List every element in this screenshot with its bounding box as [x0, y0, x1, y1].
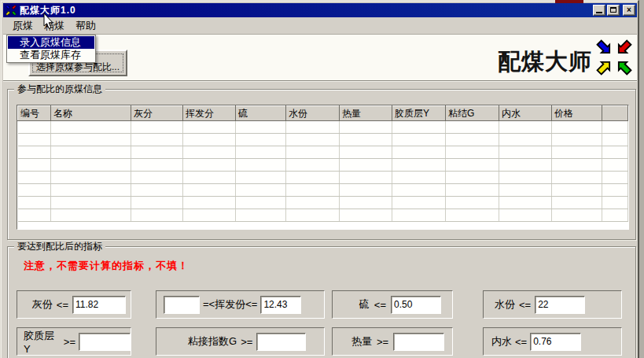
moisture-input[interactable]	[535, 296, 585, 314]
column-header	[602, 106, 628, 121]
table-row[interactable]	[18, 146, 628, 159]
column-header: 名称	[51, 106, 131, 121]
heat-panel: 热量 >=	[332, 327, 453, 356]
top-panel: 选择原煤参与配比... 配煤大师	[3, 35, 637, 81]
table-row[interactable]	[18, 121, 628, 134]
menu-bar: 原煤 精煤 帮助	[3, 17, 637, 35]
gel-layer-panel: 胶质层Y >=	[17, 327, 131, 356]
target-indicators-groupbox: 要达到配比后的指标 注意，不需要计算的指标，不填！ 灰份 <= =<挥发份<= …	[7, 246, 636, 358]
column-header: 热量	[340, 106, 392, 121]
minimize-button[interactable]	[593, 5, 605, 16]
heat-label: 热量	[351, 334, 372, 349]
title-bar[interactable]: 配煤大师1.0 ×	[3, 3, 637, 17]
maximize-icon	[610, 7, 616, 13]
column-header: 灰分	[131, 106, 183, 121]
app-window: 配煤大师1.0 × 原煤 精煤 帮助 选择原煤参与配比... 配煤大师 录入原煤…	[0, 0, 639, 358]
caking-index-label: 粘接指数G	[188, 334, 237, 349]
ash-operator: <=	[57, 299, 68, 311]
volatile-max-input[interactable]	[260, 296, 301, 314]
ash-input[interactable]	[72, 296, 126, 314]
note-text: 注意，不需要计算的指标，不填！	[24, 259, 189, 273]
mouse-cursor-icon	[43, 13, 54, 30]
close-button[interactable]: ×	[623, 5, 635, 16]
column-header: 胶质层Y	[392, 106, 446, 121]
table-row[interactable]	[18, 134, 628, 146]
table-row[interactable]	[18, 159, 628, 172]
heat-operator: >=	[377, 336, 388, 348]
raw-coal-grid[interactable]: 编号名称灰分挥发分硫水份热量胶质层Y粘结G内水价格	[17, 105, 629, 230]
maximize-button[interactable]	[607, 5, 620, 16]
raw-coal-info-groupbox: 参与配比的原煤信息 编号名称灰分挥发分硫水份热量胶质层Y粘结G内水价格	[7, 89, 636, 240]
column-header: 内水	[499, 106, 552, 121]
inner-water-label: 内水	[491, 334, 512, 349]
column-header: 粘结G	[446, 106, 499, 121]
app-logo-icon	[6, 5, 17, 16]
menu-raw-coal[interactable]: 原煤	[7, 17, 39, 35]
column-header: 编号	[18, 106, 51, 121]
volatile-panel: =<挥发份<=	[156, 290, 325, 319]
caking-index-operator: >=	[241, 336, 252, 348]
sulfur-panel: 硫 <=	[332, 290, 453, 319]
minimize-icon	[596, 12, 602, 13]
background-window-fragment	[555, 0, 583, 3]
column-header: 水份	[286, 106, 340, 121]
moisture-label: 水份	[495, 297, 515, 312]
inner-water-operator: <=	[515, 336, 527, 348]
raw-coal-groupbox-title: 参与配比的原煤信息	[14, 83, 105, 95]
table-row[interactable]	[18, 184, 628, 197]
ash-label: 灰份	[32, 297, 53, 312]
gel-layer-input[interactable]	[79, 333, 131, 351]
volatile-label: =<挥发份<=	[203, 297, 257, 312]
menu-help[interactable]: 帮助	[70, 17, 101, 35]
table-row[interactable]	[18, 209, 628, 222]
menu-item-view-raw-coal-stock[interactable]: 查看原煤库存	[8, 49, 94, 61]
sulfur-label: 硫	[359, 297, 370, 312]
gel-layer-label: 胶质层Y	[24, 329, 61, 355]
sulfur-input[interactable]	[391, 296, 441, 314]
inner-water-panel: 内水 <=	[483, 327, 622, 356]
volatile-min-input[interactable]	[164, 296, 200, 314]
ash-panel: 灰份 <=	[17, 290, 131, 319]
table-row[interactable]	[18, 172, 628, 184]
inner-water-input[interactable]	[530, 333, 581, 351]
heat-input[interactable]	[393, 333, 444, 351]
moisture-operator: <=	[519, 299, 531, 311]
caking-index-panel: 粘接指数G >=	[156, 327, 325, 356]
table-row[interactable]	[18, 197, 628, 209]
raw-coal-table: 编号名称灰分挥发分硫水份热量胶质层Y粘结G内水价格	[17, 105, 628, 222]
app-logo-arrows-icon	[595, 39, 633, 76]
raw-coal-dropdown-menu: 录入原煤信息 查看原煤库存	[6, 35, 96, 63]
app-logo-text: 配煤大师	[498, 46, 592, 78]
column-header: 价格	[552, 106, 602, 121]
menu-item-enter-raw-coal-info[interactable]: 录入原煤信息	[8, 36, 94, 49]
column-header: 挥发分	[183, 106, 236, 121]
moisture-panel: 水份 <=	[483, 290, 622, 319]
sulfur-operator: <=	[374, 299, 386, 311]
caking-index-input[interactable]	[256, 333, 306, 351]
target-groupbox-title: 要达到配比后的指标	[14, 241, 105, 253]
column-header: 硫	[236, 106, 286, 121]
gel-layer-operator: >=	[64, 336, 75, 348]
